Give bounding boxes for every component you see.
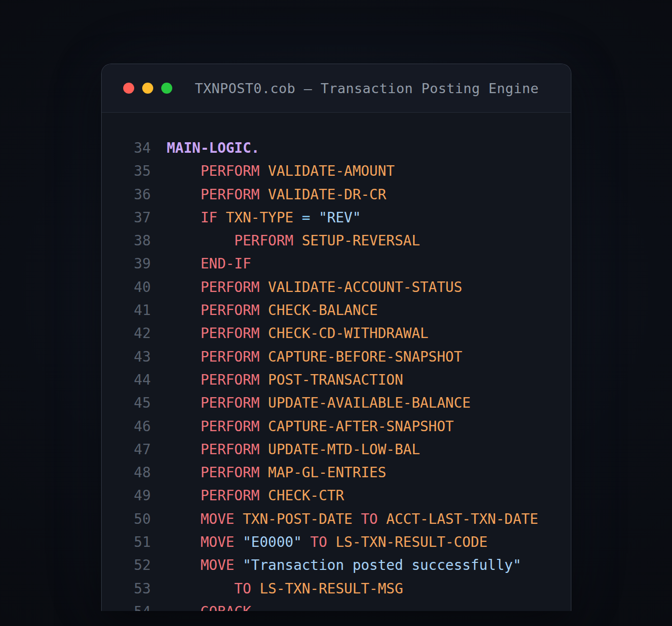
code-token-kw: PERFORM [200,395,259,411]
code-line-content: PERFORM CHECK-CTR [167,484,344,507]
line-number: 37 [102,206,151,229]
code-line: 45 PERFORM UPDATE-AVAILABLE-BALANCE [102,392,571,415]
traffic-lights [123,83,172,94]
code-token-str: "E0000" [243,534,302,550]
code-token-id: POST-TRANSACTION [268,372,403,388]
code-token-id: TXN-TYPE [226,209,293,226]
code-token-id: LS-TXN-RESULT-MSG [259,580,403,597]
code-line: 50 MOVE TXN-POST-DATE TO ACCT-LAST-TXN-D… [102,508,571,531]
code-token-sec: MAIN-LOGIC. [167,140,259,156]
code-token-id: VALIDATE-DR-CR [268,186,386,203]
code-token-kw: MOVE [200,511,234,527]
code-token-kw: PERFORM [234,232,293,249]
code-token-ws [167,511,200,527]
window-title: TXNPOST0.cob — Transaction Posting Engin… [195,81,539,96]
code-token-ws [259,349,268,365]
code-line: 35 PERFORM VALIDATE-AMOUNT [102,160,571,183]
code-token-ws [167,487,200,504]
desktop-background: TXNPOST0.cob — Transaction Posting Engin… [0,0,672,626]
line-number: 34 [102,137,151,160]
code-line: 37 IF TXN-TYPE = "REV" [102,206,571,229]
code-token-ws [217,209,226,226]
code-token-ws [251,580,260,597]
code-token-ws [167,163,200,179]
code-line: 54 GOBACK [102,600,571,611]
code-line: 40 PERFORM VALIDATE-ACCOUNT-STATUS [102,276,571,299]
code-token-ws [167,441,200,458]
code-line-content: GOBACK [167,600,251,611]
code-token-kw: TO [310,534,327,550]
code-token-id: TXN-POST-DATE [243,511,353,527]
code-line: 44 PERFORM POST-TRANSACTION [102,369,571,392]
code-token-str: "Transaction posted successfully" [243,557,521,573]
line-number: 39 [102,252,151,275]
code-token-kw: PERFORM [200,372,259,388]
zoom-button[interactable] [161,83,172,94]
code-token-kw: TO [361,511,378,527]
code-token-ws [167,395,200,411]
line-number: 42 [102,322,151,345]
code-line: 46 PERFORM CAPTURE-AFTER-SNAPSHOT [102,415,571,438]
code-token-ws [302,534,310,550]
code-token-kw: TO [234,580,251,597]
code-line-content: PERFORM CAPTURE-BEFORE-SNAPSHOT [167,346,462,369]
line-number: 40 [102,276,151,299]
code-token-ws [167,279,200,295]
code-line: 41 PERFORM CHECK-BALANCE [102,299,571,322]
line-number: 50 [102,508,151,531]
code-token-id: SETUP-REVERSAL [302,232,420,249]
code-line-content: PERFORM UPDATE-AVAILABLE-BALANCE [167,392,471,415]
code-token-ws [378,511,386,527]
code-token-ws [259,441,268,458]
code-line: 42 PERFORM CHECK-CD-WITHDRAWAL [102,322,571,345]
line-number: 38 [102,229,151,252]
code-token-ws [167,372,200,388]
code-token-ws [234,511,243,527]
code-token-ws [167,557,200,573]
close-button[interactable] [123,83,134,94]
code-token-ws [259,325,268,342]
line-number: 43 [102,346,151,369]
code-token-kw: IF [200,209,217,226]
minimize-button[interactable] [142,83,153,94]
code-token-ws [167,255,200,272]
line-number: 41 [102,299,151,322]
line-number: 35 [102,160,151,183]
code-line: 49 PERFORM CHECK-CTR [102,484,571,507]
code-token-ws [167,464,200,481]
code-token-ws [167,534,200,550]
code-token-ws [167,302,200,319]
code-line-content: MAIN-LOGIC. [167,137,259,160]
code-line: 53 TO LS-TXN-RESULT-MSG [102,577,571,600]
line-number: 52 [102,554,151,577]
code-line-content: PERFORM CHECK-CD-WITHDRAWAL [167,322,429,345]
code-token-ws [167,209,200,226]
code-token-ws [259,163,268,179]
code-line-content: IF TXN-TYPE = "REV" [167,206,361,229]
code-token-ws [167,349,200,365]
code-line-content: PERFORM CAPTURE-AFTER-SNAPSHOT [167,415,454,438]
code-editor[interactable]: 34MAIN-LOGIC.35 PERFORM VALIDATE-AMOUNT3… [102,113,571,611]
code-token-ws [310,209,319,226]
code-token-kw: PERFORM [200,163,259,179]
code-line-content: PERFORM UPDATE-MTD-LOW-BAL [167,438,420,461]
code-line-content: END-IF [167,252,251,275]
line-number: 49 [102,484,151,507]
code-token-ws [259,302,268,319]
code-token-kw: PERFORM [200,279,259,295]
code-token-ws [167,418,200,435]
line-number: 36 [102,183,151,206]
code-line: 38 PERFORM SETUP-REVERSAL [102,229,571,252]
code-token-id: CAPTURE-AFTER-SNAPSHOT [268,418,454,435]
code-line-content: MOVE "Transaction posted successfully" [167,554,521,577]
code-token-kw: PERFORM [200,441,259,458]
window-titlebar[interactable]: TXNPOST0.cob — Transaction Posting Engin… [102,64,571,113]
line-number: 48 [102,461,151,484]
code-token-kw: MOVE [200,557,234,573]
code-token-ws [167,232,234,249]
code-token-ws [167,580,234,597]
code-token-ws [167,186,200,203]
code-token-id: VALIDATE-AMOUNT [268,163,395,179]
code-token-id: VALIDATE-ACCOUNT-STATUS [268,279,462,295]
code-line: 36 PERFORM VALIDATE-DR-CR [102,183,571,206]
